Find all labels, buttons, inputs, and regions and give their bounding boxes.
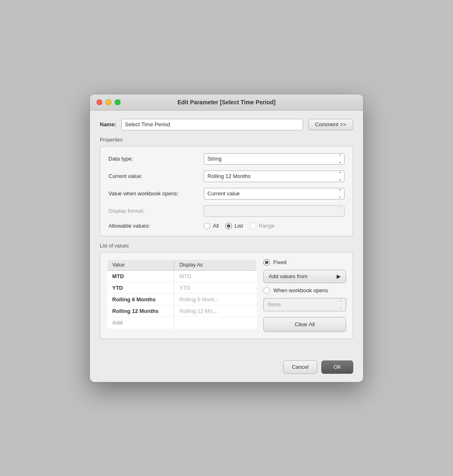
workbook-opens-row: Value when workbook opens: Current value… [108,188,345,200]
window-controls [96,99,120,105]
values-table-wrapper: Value Display As MTD MTD YTD YTD [107,259,257,332]
allowable-values-radio-group: All List Range [204,223,275,229]
value-cell: YTD [107,282,174,293]
table-row[interactable]: Rolling 12 Months Rolling 12 Mo... [107,305,257,317]
table-row[interactable]: Rolling 6 Months Rolling 6 Mont... [107,293,257,305]
value-cell: Rolling 6 Months [107,293,174,305]
none-select[interactable]: None [263,298,346,311]
dialog-body: Name: Comment >> Properties Data type: S… [90,111,363,354]
comment-button[interactable]: Comment >> [308,119,353,130]
name-label: Name: [100,121,116,127]
radio-all[interactable]: All [204,223,219,229]
list-container: Value Display As MTD MTD YTD YTD [100,252,353,339]
display-format-row: Display format: ⌃⌄ [108,205,345,217]
table-row[interactable]: MTD MTD [107,270,257,282]
display-as-cell: Rolling 12 Mo... [174,305,257,317]
dialog-footer: Cancel OK [90,354,363,382]
ok-button[interactable]: OK [321,361,353,374]
cancel-button[interactable]: Cancel [283,361,317,374]
name-input[interactable] [121,119,303,130]
radio-list-circle [225,223,232,229]
data-type-select[interactable]: String Integer Float Boolean Date [204,153,345,165]
titlebar: Edit Parameter [Select Time Period] [90,94,363,111]
values-table: Value Display As MTD MTD YTD YTD [107,259,257,329]
current-value-select-wrapper: MTD YTD Rolling 6 Months Rolling 12 Mont… [204,171,345,182]
none-select-wrapper: None ⌃⌄ [263,298,346,311]
dialog-title: Edit Parameter [Select Time Period] [177,99,275,106]
radio-all-label: All [213,223,219,229]
workbook-opens-select[interactable]: Current value None [204,188,345,200]
radio-list-label: List [234,223,243,229]
current-value-select[interactable]: MTD YTD Rolling 6 Months Rolling 12 Mont… [204,171,345,182]
col-value-header: Value [107,259,174,270]
allowable-values-row: Allowable values: All List Range [108,223,345,229]
radio-list[interactable]: List [225,223,243,229]
data-type-select-wrapper: String Integer Float Boolean Date ⌃⌄ [204,153,345,165]
add-cell: Add [107,317,174,328]
data-type-label: Data type: [108,156,204,162]
col-display-header: Display As [174,259,257,270]
radio-fixed[interactable]: Fixed [263,259,346,266]
edit-parameter-dialog: Edit Parameter [Select Time Period] Name… [90,94,363,382]
right-panel: Fixed Add values from ▶ When workbook op… [263,259,346,332]
radio-when-opens[interactable]: When workbook opens [263,287,346,294]
name-row: Name: Comment >> [100,119,353,130]
display-format-label: Display format: [108,208,204,214]
display-as-cell: YTD [174,282,257,293]
radio-range-label: Range [259,223,275,229]
display-format-select [204,205,345,217]
workbook-opens-select-wrapper: Current value None ⌃⌄ [204,188,345,200]
data-type-row: Data type: String Integer Float Boolean … [108,153,345,165]
radio-range-circle [250,223,256,229]
display-format-select-wrapper: ⌃⌄ [204,205,345,217]
list-of-values-section: List of values Value Display As [100,243,353,339]
add-values-label: Add values from [269,273,308,279]
table-header-row: Value Display As [107,259,257,270]
current-value-row: Current value: MTD YTD Rolling 6 Months … [108,171,345,182]
radio-range[interactable]: Range [250,223,275,229]
table-row[interactable]: YTD YTD [107,282,257,293]
list-section-label: List of values [100,243,353,249]
add-values-from-button[interactable]: Add values from ▶ [263,270,346,283]
properties-box: Data type: String Integer Float Boolean … [100,146,353,236]
add-display-cell [174,317,257,328]
display-as-cell: Rolling 6 Mont... [174,293,257,305]
value-cell: MTD [107,270,174,282]
clear-all-button[interactable]: Clear All [263,317,346,332]
maximize-button[interactable] [115,99,120,105]
properties-section-label: Properties [100,137,353,143]
radio-when-opens-circle [263,287,270,294]
radio-all-circle [204,223,210,229]
allowable-values-label: Allowable values: [108,223,204,229]
minimize-button[interactable] [106,99,111,105]
display-as-cell: MTD [174,270,257,282]
add-values-arrow-icon: ▶ [337,273,341,279]
value-cell: Rolling 12 Months [107,305,174,317]
radio-fixed-circle [263,259,270,266]
add-row[interactable]: Add [107,317,257,328]
radio-when-opens-label: When workbook opens [273,287,328,293]
current-value-label: Current value: [108,173,204,179]
workbook-opens-label: Value when workbook opens: [108,190,204,197]
radio-fixed-label: Fixed [273,259,287,265]
close-button[interactable] [96,99,102,105]
